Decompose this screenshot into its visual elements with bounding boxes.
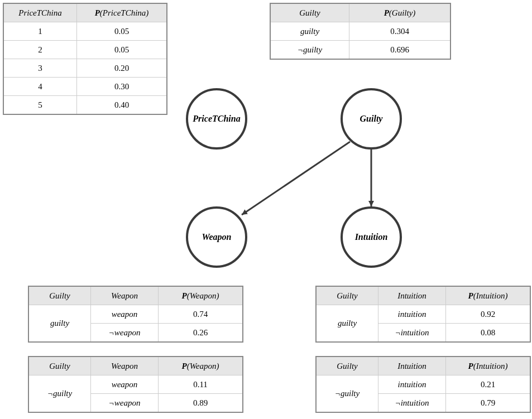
table-row-val: 4 — [3, 78, 77, 96]
table-guilty: Guilty P(Guilty) guilty0.304¬guilty0.696 — [270, 3, 451, 60]
col-var: Guilty — [299, 8, 320, 17]
table-row-p: 0.20 — [77, 59, 167, 78]
node-label: PriceTChina — [193, 114, 240, 124]
node-intuition: Intuition — [341, 206, 402, 268]
table-row-val: 2 — [3, 41, 77, 59]
table-row-p: 0.40 — [77, 96, 167, 115]
table-intuition-given-guilty: Guilty Intuition P(Intuition) guilty int… — [315, 286, 531, 343]
table-intuition-given-notguilty: Guilty Intuition P(Intuition) ¬guilty in… — [315, 356, 531, 413]
table-row-val: 5 — [3, 96, 77, 115]
table-row-p: 0.05 — [77, 41, 167, 59]
node-label: Intuition — [355, 232, 388, 242]
node-label: Weapon — [202, 232, 231, 242]
table-row-val: 3 — [3, 59, 77, 78]
table-pricetchina: PriceTChina P(PriceTChina) 10.0520.0530.… — [3, 3, 167, 115]
table-row-val: ¬guilty — [270, 41, 349, 60]
col-var: PriceTChina — [18, 8, 62, 17]
table-row-p: 0.696 — [349, 41, 451, 60]
table-row-p: 0.30 — [77, 78, 167, 96]
table-row-val: guilty — [270, 22, 349, 41]
table-weapon-given-notguilty: Guilty Weapon P(Weapon) ¬guilty weapon 0… — [28, 356, 243, 413]
table-row-val: 1 — [3, 22, 77, 41]
svg-line-0 — [242, 142, 350, 215]
node-weapon: Weapon — [186, 206, 247, 268]
table-row-p: 0.05 — [77, 22, 167, 41]
node-label: Guilty — [360, 114, 383, 124]
node-pricetchina: PriceTChina — [186, 88, 247, 150]
table-weapon-given-guilty: Guilty Weapon P(Weapon) guilty weapon 0.… — [28, 286, 243, 343]
table-row-p: 0.304 — [349, 22, 451, 41]
node-guilty: Guilty — [341, 88, 402, 150]
